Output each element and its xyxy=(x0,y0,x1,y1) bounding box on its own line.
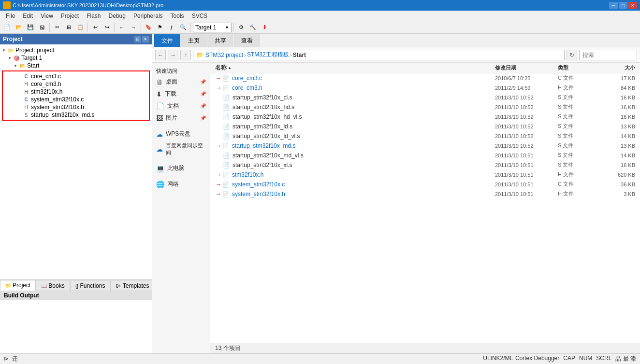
maximize-button[interactable]: □ xyxy=(619,2,627,9)
tree-file-system-stm32f10x-h[interactable]: H system_stm32f10x.h xyxy=(3,103,149,111)
menu-edit[interactable]: Edit xyxy=(19,12,37,20)
file-list: →📄core_cm3.c2010/6/7 10:25C 文件17 KB→📄cor… xyxy=(210,73,640,343)
paste-button[interactable]: 📋 xyxy=(75,23,86,32)
file-label-core-cm3-c: core_cm3.c xyxy=(31,73,61,80)
qa-thispc[interactable]: 💻 此电脑 xyxy=(152,162,210,174)
file-size-cell: 84 KB xyxy=(596,85,635,91)
tree-file-startup-md-s[interactable]: S startup_stm32f10x_md.s xyxy=(3,111,149,119)
tab-templates[interactable]: 0+ Templates xyxy=(110,280,154,291)
undo-button[interactable]: ↩ xyxy=(90,23,101,32)
copy-button[interactable]: ⊞ xyxy=(63,23,74,32)
panel-header-buttons[interactable]: ⊟ ✕ xyxy=(134,36,149,42)
table-row[interactable]: 📄startup_stm32f10x_cl.s2011/3/10 10:52S … xyxy=(210,93,640,102)
search-input[interactable] xyxy=(579,50,637,60)
menu-project[interactable]: Project xyxy=(57,12,83,20)
col-size-header[interactable]: 大小 xyxy=(596,64,635,71)
qa-network-label: 网络 xyxy=(167,180,179,188)
tree-file-core-cm3-h[interactable]: H core_cm3.h xyxy=(3,80,149,88)
menu-file[interactable]: File xyxy=(2,12,19,20)
search-button[interactable]: 🔍 xyxy=(178,23,189,32)
qa-pictures[interactable]: 🖼 图片 📌 xyxy=(152,112,210,124)
cut-button[interactable]: ✂ xyxy=(52,23,62,32)
nav-forward-button[interactable]: → xyxy=(168,50,178,60)
file-name-cell: startup_stm32f10x_cl.s xyxy=(233,94,495,101)
build-output-content[interactable] xyxy=(0,300,152,352)
tree-file-core-cm3-c[interactable]: C core_cm3.c xyxy=(3,72,149,80)
project-panel-title: Project xyxy=(3,36,23,42)
window-controls[interactable]: ─ □ ✕ xyxy=(609,2,637,9)
nav-back-button[interactable]: ← xyxy=(155,50,166,60)
close-button[interactable]: ✕ xyxy=(628,2,637,9)
ribbon-tab-home[interactable]: 主页 xyxy=(181,34,207,47)
qa-wps[interactable]: ☁ WPS云盘 xyxy=(152,128,210,140)
table-row[interactable]: →📄startup_stm32f10x_md.s2011/3/10 10:52S… xyxy=(210,141,640,151)
ribbon-tab-view[interactable]: 查看 xyxy=(234,34,260,47)
back-button[interactable]: ← xyxy=(116,23,127,32)
tree-target[interactable]: ▼ 🎯 Target 1 xyxy=(0,54,152,62)
table-row[interactable]: 📄startup_stm32f10x_ld.s2011/3/10 10:52S … xyxy=(210,122,640,131)
build-button[interactable]: 🔨 xyxy=(247,23,258,32)
qa-desktop[interactable]: 🖥 桌面 📌 xyxy=(152,76,210,88)
build-output-title: Build Output xyxy=(4,292,39,299)
new-button[interactable]: 📄 xyxy=(2,23,13,32)
col-name-header[interactable]: 名称 ▲ xyxy=(215,64,495,72)
tree-group[interactable]: ▼ 📂 Start xyxy=(0,62,152,70)
bookmark-button[interactable]: 🔖 xyxy=(143,23,154,32)
open-button[interactable]: 📂 xyxy=(14,23,24,32)
ribbon-tab-file[interactable]: 文件 xyxy=(154,34,180,47)
table-row[interactable]: →📄system_stm32f10x.h2011/3/10 10:51H 文件3… xyxy=(210,189,640,199)
target-dropdown[interactable]: Target 1 ▼ xyxy=(193,23,232,32)
func-button[interactable]: ƒ xyxy=(166,23,177,32)
forward-button[interactable]: → xyxy=(128,23,139,32)
tree-root[interactable]: ▼ 📁 Project: project xyxy=(0,46,152,54)
menu-view[interactable]: View xyxy=(37,12,57,20)
qa-network[interactable]: 🌐 网络 xyxy=(152,178,210,190)
redo-button[interactable]: ↪ xyxy=(102,23,112,32)
menu-flash[interactable]: Flash xyxy=(83,12,104,20)
minimize-button[interactable]: ─ xyxy=(609,2,618,9)
table-row[interactable]: 📄startup_stm32f10x_md_vl.s2011/3/10 10:5… xyxy=(210,151,640,160)
table-row[interactable]: 📄startup_stm32f10x_ld_vl.s2011/3/10 10:5… xyxy=(210,131,640,141)
tab-project[interactable]: 📁 Project xyxy=(0,280,36,291)
save-button[interactable]: 💾 xyxy=(25,23,36,32)
table-row[interactable]: →📄core_cm3.h2011/2/9 14:59H 文件84 KB xyxy=(210,83,640,93)
file-date-cell: 2011/3/10 10:51 xyxy=(495,162,558,168)
settings-button[interactable]: ⚙ xyxy=(236,23,247,32)
panel-undock-button[interactable]: ⊟ xyxy=(134,36,141,42)
menu-debug[interactable]: Debug xyxy=(105,12,130,20)
address-path[interactable]: 📁 STM32 project › STM32工程模板 › Start xyxy=(193,50,565,60)
scrl-indicator: SCRL xyxy=(596,355,611,363)
menu-peripherals[interactable]: Peripherals xyxy=(130,12,167,20)
tab-functions[interactable]: {} Functions xyxy=(70,280,111,291)
file-name-cell: startup_stm32f10x_md_vl.s xyxy=(233,152,495,159)
table-row[interactable]: →📄core_cm3.c2010/6/7 10:25C 文件17 KB xyxy=(210,73,640,83)
table-row[interactable]: →📄system_stm32f10x.c2011/3/10 10:51C 文件3… xyxy=(210,180,640,189)
menu-bar: File Edit View Project Flash Debug Perip… xyxy=(0,11,640,21)
tab-books[interactable]: 📖 Books xyxy=(36,280,70,291)
col-type-header[interactable]: 类型 xyxy=(558,64,596,71)
table-row[interactable]: 📄startup_stm32f10x_hd_vl.s2011/3/10 10:5… xyxy=(210,112,640,122)
qa-pictures-label: 图片 xyxy=(166,114,177,122)
panel-close-button[interactable]: ✕ xyxy=(142,36,149,42)
tab-project-label: Project xyxy=(13,282,30,289)
address-bar: ← → ↑ 📁 STM32 project › STM32工程模板 › Star… xyxy=(152,47,640,63)
table-row[interactable]: 📄startup_stm32f10x_xl.s2011/3/10 10:51S … xyxy=(210,160,640,170)
h-file-icon-1: H xyxy=(22,81,30,87)
menu-svcs[interactable]: SVCS xyxy=(188,12,212,20)
tree-file-system-stm32f10x-c[interactable]: C system_stm32f10x.c xyxy=(3,96,149,103)
qa-documents[interactable]: 📄 文档 📌 xyxy=(152,100,210,112)
tree-file-stm32f10x-h[interactable]: H stm32f10x.h xyxy=(3,88,149,96)
table-row[interactable]: →📄stm32f10x.h2011/3/10 10:51H 文件620 KB xyxy=(210,170,640,180)
save-all-button[interactable]: 🖫 xyxy=(37,23,47,32)
refresh-button[interactable]: ↻ xyxy=(567,50,577,60)
qa-baidu[interactable]: ☁ 百度网盘同步空间 xyxy=(152,140,210,158)
nav-up-button[interactable]: ↑ xyxy=(180,50,191,60)
menu-tools[interactable]: Tools xyxy=(167,12,188,20)
download-button[interactable]: ⬇ xyxy=(259,23,270,32)
wps-icon: ☁ xyxy=(156,130,163,138)
qa-download[interactable]: ⬇ 下载 📌 xyxy=(152,88,210,100)
col-date-header[interactable]: 修改日期 xyxy=(495,64,558,71)
ref-button[interactable]: ⚑ xyxy=(155,23,165,32)
ribbon-tab-share[interactable]: 共享 xyxy=(207,34,233,47)
table-row[interactable]: 📄startup_stm32f10x_hd.s2011/3/10 10:52S … xyxy=(210,102,640,112)
